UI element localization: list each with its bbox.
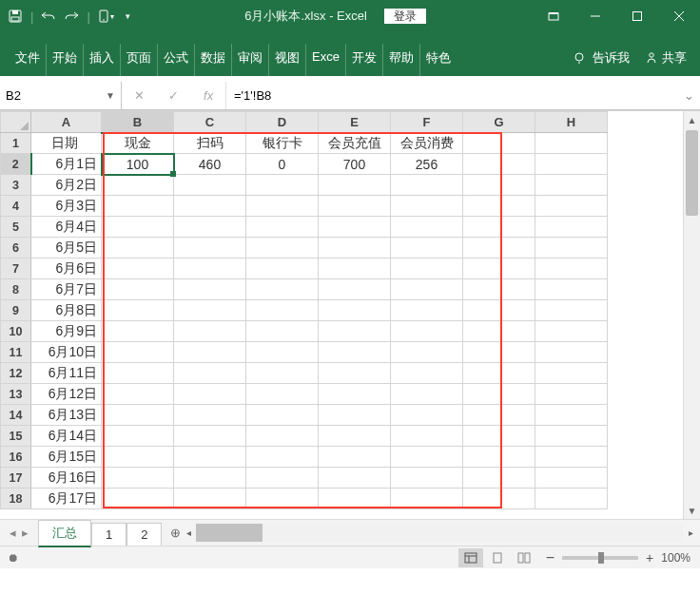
cell[interactable] <box>319 300 391 321</box>
cell[interactable]: 6月8日 <box>31 300 102 321</box>
row-header[interactable]: 12 <box>1 363 31 384</box>
zoom-handle[interactable] <box>598 552 604 564</box>
cell[interactable] <box>174 238 246 259</box>
cell[interactable] <box>319 405 391 426</box>
cell[interactable] <box>102 468 174 489</box>
ribbon-options-icon[interactable] <box>533 0 574 32</box>
cell[interactable] <box>319 342 391 363</box>
cell[interactable] <box>463 238 535 259</box>
cell[interactable] <box>463 489 535 509</box>
column-header[interactable]: A <box>31 112 102 133</box>
cell[interactable] <box>535 196 608 217</box>
cell[interactable] <box>246 489 319 509</box>
cell[interactable] <box>174 384 246 405</box>
cell[interactable] <box>535 133 608 154</box>
cell[interactable] <box>391 384 463 405</box>
row-header[interactable]: 18 <box>1 489 31 509</box>
cell[interactable] <box>319 384 391 405</box>
cell[interactable] <box>102 321 174 342</box>
cell[interactable] <box>463 468 535 489</box>
ribbon-tab[interactable]: 开始 <box>47 44 84 76</box>
cell[interactable] <box>535 279 608 300</box>
cell[interactable] <box>535 321 608 342</box>
cell[interactable]: 460 <box>174 154 246 175</box>
zoom-in-button[interactable]: + <box>646 550 653 565</box>
cell[interactable] <box>102 238 174 259</box>
cell[interactable] <box>463 133 535 154</box>
cell[interactable] <box>535 468 608 489</box>
row-header[interactable]: 4 <box>1 196 31 217</box>
cell[interactable] <box>391 279 463 300</box>
cell[interactable] <box>102 300 174 321</box>
cell[interactable] <box>319 238 391 259</box>
ribbon-tab[interactable]: 页面 <box>121 44 158 76</box>
cell[interactable] <box>246 426 319 447</box>
ribbon-tab[interactable]: Exce <box>306 44 346 76</box>
scroll-left-icon[interactable]: ◂ <box>181 524 196 542</box>
cell[interactable] <box>174 217 246 238</box>
cell[interactable] <box>246 279 319 300</box>
cell[interactable] <box>102 384 174 405</box>
cell[interactable] <box>174 321 246 342</box>
cell[interactable] <box>319 447 391 468</box>
cell[interactable]: 6月12日 <box>31 384 102 405</box>
zoom-level[interactable]: 100% <box>661 551 690 565</box>
save-icon[interactable] <box>6 7 25 26</box>
cell[interactable] <box>535 405 608 426</box>
cell[interactable] <box>246 363 319 384</box>
ribbon-tab[interactable]: 帮助 <box>383 44 420 76</box>
cell[interactable] <box>319 321 391 342</box>
column-header[interactable]: C <box>174 112 246 133</box>
row-header[interactable]: 11 <box>1 342 31 363</box>
cell[interactable] <box>174 405 246 426</box>
cell[interactable] <box>463 259 535 279</box>
column-header[interactable]: H <box>535 112 608 133</box>
formula-expand-icon[interactable]: ⌄ <box>677 82 700 109</box>
cell[interactable] <box>174 447 246 468</box>
cell[interactable] <box>463 321 535 342</box>
cell[interactable] <box>391 238 463 259</box>
zoom-out-button[interactable]: − <box>546 549 554 566</box>
row-header[interactable]: 3 <box>1 175 31 196</box>
cell[interactable] <box>463 405 535 426</box>
cell[interactable]: 会员消费 <box>391 133 463 154</box>
cell[interactable] <box>246 342 319 363</box>
cell[interactable] <box>535 342 608 363</box>
cell[interactable] <box>102 259 174 279</box>
column-header[interactable]: D <box>246 112 319 133</box>
cell[interactable] <box>391 196 463 217</box>
ribbon-tab[interactable]: 公式 <box>158 44 195 76</box>
cell[interactable] <box>102 175 174 196</box>
cell[interactable] <box>463 154 535 175</box>
cell[interactable] <box>174 468 246 489</box>
undo-icon[interactable] <box>39 7 58 26</box>
touch-mode-icon[interactable]: ▾ <box>96 7 115 26</box>
cell[interactable] <box>102 426 174 447</box>
cell[interactable] <box>174 426 246 447</box>
cell[interactable] <box>463 300 535 321</box>
cell[interactable] <box>246 196 319 217</box>
cell[interactable] <box>535 300 608 321</box>
cell[interactable] <box>246 300 319 321</box>
sheet-prev-icon[interactable]: ◂ <box>10 526 16 540</box>
cell[interactable] <box>246 217 319 238</box>
cell[interactable] <box>246 405 319 426</box>
cell[interactable] <box>391 447 463 468</box>
cell[interactable] <box>246 238 319 259</box>
share-button[interactable]: 共享 <box>645 49 687 67</box>
select-all-cell[interactable] <box>1 112 31 133</box>
login-button[interactable]: 登录 <box>384 9 426 24</box>
sheet-next-icon[interactable]: ▸ <box>22 526 29 540</box>
cell[interactable] <box>319 259 391 279</box>
page-layout-view-icon[interactable] <box>485 548 510 567</box>
tell-me-bulb-icon[interactable]: 告诉我 <box>572 49 630 67</box>
ribbon-tab[interactable]: 数据 <box>195 44 232 76</box>
page-break-view-icon[interactable] <box>512 548 536 567</box>
ribbon-tab[interactable]: 视图 <box>269 44 306 76</box>
cell[interactable] <box>102 342 174 363</box>
cell[interactable]: 6月10日 <box>31 342 102 363</box>
cell[interactable] <box>174 363 246 384</box>
cell[interactable] <box>535 426 608 447</box>
cell[interactable] <box>391 259 463 279</box>
cell[interactable] <box>246 175 319 196</box>
